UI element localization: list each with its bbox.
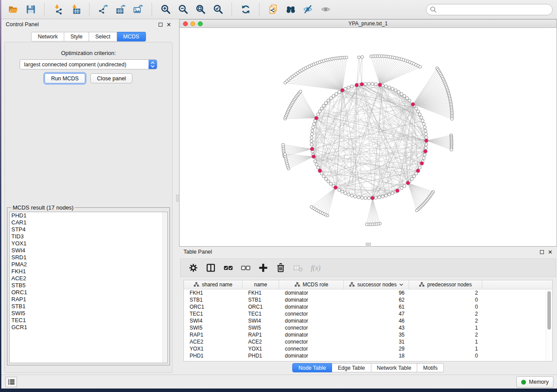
network-node[interactable] xyxy=(422,123,426,126)
mcds-hub-node[interactable] xyxy=(312,155,316,158)
network-node[interactable] xyxy=(410,177,413,180)
network-node[interactable] xyxy=(397,90,400,93)
network-leaf-node[interactable] xyxy=(299,90,302,93)
mcds-hub-node[interactable] xyxy=(318,169,322,173)
mcds-hub-node[interactable] xyxy=(425,139,429,143)
save-session-button[interactable] xyxy=(23,2,38,17)
export-network-button[interactable] xyxy=(96,2,111,17)
mcds-hub-node[interactable] xyxy=(310,147,314,151)
table-row[interactable]: TEC1TEC1connector472 xyxy=(184,310,552,317)
network-node[interactable] xyxy=(374,83,377,86)
mcds-hub-node[interactable] xyxy=(355,83,359,87)
zoom-out-button[interactable] xyxy=(176,2,190,17)
network-node[interactable] xyxy=(412,175,415,178)
network-node[interactable] xyxy=(322,104,325,107)
network-node[interactable] xyxy=(350,85,353,88)
export-image-button[interactable] xyxy=(131,2,145,17)
network-node[interactable] xyxy=(364,196,367,199)
open-session-button[interactable] xyxy=(6,2,21,17)
table-row[interactable]: SWI4SWI4dominator462 xyxy=(184,317,552,324)
delete-table-button[interactable] xyxy=(293,262,304,273)
column-header-predecessor-nodes[interactable]: predecessor nodes xyxy=(409,280,482,289)
control-tab-select[interactable]: Select xyxy=(89,32,117,41)
network-node[interactable] xyxy=(314,160,317,163)
mcds-result-item[interactable]: RAP1 xyxy=(10,296,167,303)
network-leaf-node[interactable] xyxy=(357,56,360,59)
mcds-result-item[interactable]: ACE2 xyxy=(10,275,167,282)
mcds-hub-node[interactable] xyxy=(416,169,420,173)
network-node[interactable] xyxy=(357,196,360,199)
mcds-result-list[interactable]: PHD1CAR1STP4TID3YOX1SWI4SRD1PMA2FKH1ACE2… xyxy=(9,212,168,363)
mcds-result-item[interactable]: YOX1 xyxy=(10,240,167,247)
mcds-result-item[interactable]: TEC1 xyxy=(10,317,167,324)
mcds-hub-node[interactable] xyxy=(378,83,382,87)
network-node[interactable] xyxy=(332,94,335,97)
mcds-result-item[interactable]: GCR1 xyxy=(10,324,167,331)
column-header-name[interactable]: name xyxy=(242,280,279,289)
network-node[interactable] xyxy=(374,196,377,199)
network-node[interactable] xyxy=(391,87,394,90)
network-node[interactable] xyxy=(415,107,418,110)
mcds-hub-node[interactable] xyxy=(360,83,364,86)
network-node[interactable] xyxy=(420,116,423,119)
network-node[interactable] xyxy=(405,96,408,100)
table-options-button[interactable] xyxy=(188,262,199,273)
network-node[interactable] xyxy=(421,119,424,122)
network-node[interactable] xyxy=(338,90,341,93)
network-node[interactable] xyxy=(311,129,314,132)
run-mcds-button[interactable]: Run MCDS xyxy=(45,73,85,83)
optimization-criterion-dropdown[interactable]: largest connected component (undirected) xyxy=(20,59,157,69)
network-node[interactable] xyxy=(425,143,428,146)
network-node[interactable] xyxy=(388,86,391,89)
network-node[interactable] xyxy=(317,113,320,116)
network-node[interactable] xyxy=(403,94,406,97)
network-node[interactable] xyxy=(322,175,325,178)
network-node[interactable] xyxy=(310,143,313,146)
network-node[interactable] xyxy=(353,195,356,198)
network-node[interactable] xyxy=(338,189,341,192)
network-node[interactable] xyxy=(391,192,394,195)
network-node[interactable] xyxy=(318,110,322,113)
hide-graphics-details-button[interactable] xyxy=(301,2,315,17)
network-node[interactable] xyxy=(325,102,328,105)
mcds-result-item[interactable]: PHD1 xyxy=(10,212,167,219)
control-tab-mcds[interactable]: MCDS xyxy=(117,32,146,41)
unselect-all-columns-button[interactable] xyxy=(240,262,251,273)
network-node[interactable] xyxy=(424,133,427,136)
mcds-result-item[interactable]: STB5 xyxy=(10,282,167,289)
network-node[interactable] xyxy=(312,123,315,126)
network-node[interactable] xyxy=(335,93,338,96)
network-node[interactable] xyxy=(350,194,353,197)
network-node[interactable] xyxy=(424,146,427,149)
horizontal-splitter-grip[interactable] xyxy=(366,243,371,246)
table-row[interactable]: ACE2ACE2connector311 xyxy=(184,338,552,345)
table-row[interactable]: FKH1FKH1dominator962 xyxy=(184,289,552,296)
table-tab-motifs[interactable]: Motifs xyxy=(417,363,443,372)
network-node[interactable] xyxy=(347,86,350,89)
show-columns-button[interactable] xyxy=(205,262,216,273)
network-leaf-node[interactable] xyxy=(282,143,285,146)
network-node[interactable] xyxy=(388,193,391,196)
network-node[interactable] xyxy=(310,140,313,143)
table-tab-node-table[interactable]: Node Table xyxy=(292,363,332,372)
table-row[interactable]: PHD1PHD1dominator180 xyxy=(184,352,552,359)
network-leaf-node[interactable] xyxy=(345,56,348,59)
network-node[interactable] xyxy=(422,157,426,160)
network-node[interactable] xyxy=(329,182,332,186)
network-node[interactable] xyxy=(317,166,320,169)
mcds-hub-node[interactable] xyxy=(395,189,399,193)
mcds-result-item[interactable]: SRD1 xyxy=(10,254,167,261)
mcds-hub-node[interactable] xyxy=(340,89,344,93)
export-table-button[interactable] xyxy=(113,2,128,17)
network-leaf-node[interactable] xyxy=(450,148,453,151)
mcds-hub-node[interactable] xyxy=(411,103,415,107)
float-window-icon[interactable] xyxy=(159,23,163,27)
network-graph[interactable] xyxy=(180,28,557,246)
show-graphics-details-button[interactable] xyxy=(318,2,333,17)
table-tab-network-table[interactable]: Network Table xyxy=(371,363,418,372)
mcds-result-item[interactable]: TID3 xyxy=(10,233,167,240)
network-node[interactable] xyxy=(400,93,403,96)
network-node[interactable] xyxy=(315,163,318,166)
network-node[interactable] xyxy=(364,83,367,86)
mcds-result-item[interactable]: SWI5 xyxy=(10,310,167,317)
